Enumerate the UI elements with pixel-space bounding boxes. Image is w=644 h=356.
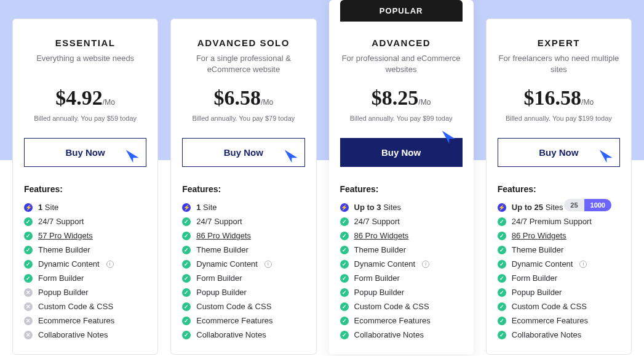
check-icon: ✓ (498, 288, 506, 297)
feature-text: Dynamic Content (38, 259, 100, 269)
feature-text: Theme Builder (512, 245, 564, 254)
price-period: /Mo (581, 98, 594, 107)
feature-row: ✓Form Builder (24, 271, 146, 285)
feature-text: 24/7 Support (354, 217, 400, 226)
features-heading: Features: (498, 184, 620, 194)
buy-now-button[interactable]: Buy Now (340, 138, 463, 167)
check-icon: ✓ (498, 246, 506, 254)
feature-text: Form Builder (38, 273, 84, 283)
bolt-icon: ⚡ (498, 203, 506, 212)
feature-row: ✓Theme Builder (340, 243, 463, 257)
info-icon[interactable]: i (106, 261, 114, 268)
feature-text: Ecommerce Features (38, 316, 114, 325)
feature-text: Popup Builder (512, 288, 562, 297)
sites-toggle[interactable]: 251000 (564, 199, 611, 211)
check-icon: ✓ (498, 317, 506, 325)
check-icon: ✓ (498, 260, 506, 269)
check-icon: ✓ (182, 288, 191, 297)
feature-text: Form Builder (512, 273, 557, 283)
feature-row: ✓Ecommerce Features (498, 314, 620, 328)
feature-row: ✓Popup Builder (182, 285, 304, 299)
feature-row: ✓Dynamic Contenti (24, 257, 146, 271)
info-icon[interactable]: i (422, 261, 429, 268)
price-row: $8.25/Mo (340, 86, 463, 110)
info-icon[interactable]: i (264, 261, 272, 268)
feature-text[interactable]: 86 Pro Widgets (512, 231, 566, 240)
feature-text: Dynamic Content (512, 259, 573, 269)
x-icon: ✕ (24, 331, 33, 339)
check-icon: ✓ (182, 274, 191, 283)
check-icon: ✓ (498, 302, 506, 311)
feature-row: ✓Theme Builder (498, 243, 620, 257)
buy-now-button[interactable]: Buy Now (498, 138, 620, 167)
feature-text: Ecommerce Features (354, 316, 431, 325)
billed-note: Billed annually. You pay $99 today (340, 115, 463, 122)
feature-row: ⚡Up to 3 Sites (340, 200, 463, 214)
feature-row: ✓24/7 Support (24, 214, 146, 229)
plan-subtitle: For professional and eCommerce websites (340, 53, 463, 75)
feature-text: 24/7 Premium Support (512, 217, 592, 226)
feature-bold: Up to 25 (512, 203, 543, 212)
feature-row: ✓Collaborative Notes (498, 328, 620, 342)
feature-text: Up to 3 Sites (354, 203, 402, 212)
price-row: $16.58/Mo (498, 86, 620, 110)
feature-row: ✕Collaborative Notes (24, 328, 146, 342)
buy-now-button[interactable]: Buy Now (182, 138, 304, 167)
price-period: /Mo (261, 98, 273, 107)
feature-row: ✕Custom Code & CSS (24, 299, 146, 314)
feature-text: Dynamic Content (354, 259, 416, 269)
feature-row: ✓Popup Builder (340, 285, 463, 299)
plan-subtitle: Everything a website needs (24, 53, 146, 75)
check-icon: ✓ (340, 217, 349, 226)
plan-subtitle: For a single professional & eCommerce we… (182, 53, 304, 75)
check-icon: ✓ (498, 274, 506, 283)
billed-note: Billed annually. You pay $79 today (182, 115, 304, 122)
billed-note: Billed annually. You pay $59 today (24, 115, 146, 122)
feature-text: Collaborative Notes (38, 330, 108, 339)
feature-text: Popup Builder (196, 288, 247, 297)
feature-row: ✓Ecommerce Features (340, 314, 463, 328)
check-icon: ✓ (340, 246, 349, 254)
feature-row: ✓Custom Code & CSS (340, 299, 463, 314)
buy-now-button[interactable]: Buy Now (24, 138, 146, 167)
price-amount: $6.58 (214, 86, 261, 109)
feature-text: Collaborative Notes (354, 330, 424, 339)
x-icon: ✕ (24, 317, 33, 325)
feature-text: 24/7 Support (38, 217, 84, 226)
feature-row: ⚡Up to 25 Sites251000 (498, 200, 620, 214)
features-heading: Features: (24, 184, 146, 194)
sites-toggle-option[interactable]: 25 (564, 199, 584, 211)
feature-text: Theme Builder (196, 245, 248, 254)
feature-row: ✓86 Pro Widgets (498, 229, 620, 243)
x-icon: ✕ (24, 288, 33, 297)
pricing-card-expert: EXPERTFor freelancers who need multiple … (486, 18, 632, 355)
plan-name: ADVANCED SOLO (182, 38, 304, 48)
feature-text[interactable]: 86 Pro Widgets (196, 231, 251, 240)
feature-row: ✕Popup Builder (24, 285, 146, 299)
price-row: $4.92/Mo (24, 86, 146, 110)
info-icon[interactable]: i (579, 261, 587, 268)
feature-row: ✓Theme Builder (182, 243, 304, 257)
check-icon: ✓ (498, 232, 506, 240)
check-icon: ✓ (182, 302, 191, 311)
popular-badge: POPULAR (340, 0, 463, 22)
feature-bold: Up to 3 (354, 203, 381, 212)
plan-subtitle: For freelancers who need multiple sites (498, 53, 620, 75)
feature-text: Collaborative Notes (196, 330, 266, 339)
feature-row: ✓Form Builder (340, 271, 463, 285)
feature-text[interactable]: 86 Pro Widgets (354, 231, 409, 240)
feature-row: ✓Collaborative Notes (340, 328, 463, 342)
price-amount: $4.92 (55, 86, 103, 109)
billed-note: Billed annually. You pay $199 today (498, 115, 620, 122)
check-icon: ✓ (182, 331, 191, 339)
feature-row: ✓Custom Code & CSS (498, 299, 620, 314)
features-list: ⚡1 Site✓24/7 Support✓86 Pro Widgets✓Them… (182, 200, 304, 342)
check-icon: ✓ (340, 302, 349, 311)
feature-row: ✓24/7 Support (340, 214, 463, 229)
plan-name: EXPERT (498, 38, 620, 48)
feature-text: Form Builder (354, 273, 400, 283)
pricing-card-advanced: POPULARADVANCEDFor professional and eCom… (329, 0, 474, 354)
feature-text[interactable]: 57 Pro Widgets (38, 231, 93, 240)
sites-toggle-option[interactable]: 1000 (584, 199, 611, 211)
features-list: ⚡Up to 3 Sites✓24/7 Support✓86 Pro Widge… (340, 200, 463, 342)
